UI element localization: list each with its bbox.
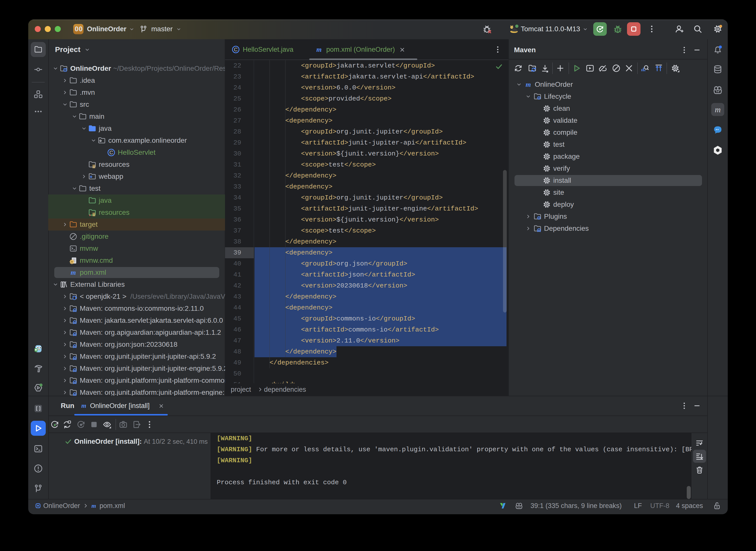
svg-text:m: m xyxy=(81,402,86,409)
svg-text:m: m xyxy=(526,81,531,88)
svg-text:m: m xyxy=(70,269,76,276)
svg-text:m: m xyxy=(91,503,96,509)
svg-text:C: C xyxy=(234,47,237,52)
svg-text:C: C xyxy=(109,150,113,155)
svg-text:m: m xyxy=(715,105,721,114)
svg-text:m: m xyxy=(316,46,321,53)
